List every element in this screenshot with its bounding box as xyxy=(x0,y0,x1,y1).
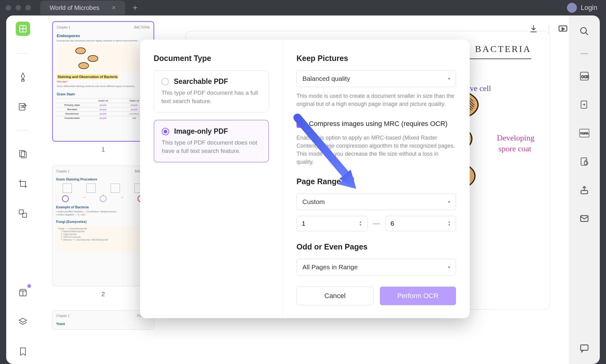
image-only-pdf-option[interactable]: Image-only PDF This type of PDF document… xyxy=(154,120,269,162)
svg-point-15 xyxy=(581,28,586,33)
svg-rect-26 xyxy=(581,345,588,350)
range-to-input[interactable]: 6 ▲▼ xyxy=(385,216,456,231)
svg-text:PDF/A: PDF/A xyxy=(580,132,589,135)
radio-icon xyxy=(162,128,169,135)
document-tab[interactable]: World of Microbes × xyxy=(40,1,125,15)
quality-help-text: This mode is used to create a document s… xyxy=(296,92,456,108)
page-thumbnail-2[interactable]: Chapter 1BACTERIA Gram Staining Procedur… xyxy=(52,166,154,286)
ocr-settings-modal: Document Type Searchable PDF This type o… xyxy=(140,40,470,318)
collapse-icon[interactable] xyxy=(581,53,588,54)
searchable-pdf-option[interactable]: Searchable PDF This type of PDF document… xyxy=(154,70,269,112)
comment-icon[interactable] xyxy=(578,342,591,355)
page-range-title: Page Range xyxy=(296,177,456,186)
ocr-icon[interactable]: OCR xyxy=(578,70,591,83)
layers-icon[interactable] xyxy=(17,316,29,328)
new-tab-button[interactable]: + xyxy=(128,3,142,13)
login-button[interactable]: Login xyxy=(567,3,600,13)
highlighter-icon[interactable] xyxy=(17,71,29,83)
avatar-icon xyxy=(567,3,577,13)
share-icon[interactable] xyxy=(578,184,591,197)
svg-text:OCR: OCR xyxy=(581,75,589,79)
pages-icon[interactable] xyxy=(17,148,29,160)
download-icon[interactable] xyxy=(529,24,540,35)
crop-icon[interactable] xyxy=(17,178,29,190)
range-from-input[interactable]: 1 ▲▼ xyxy=(296,216,367,231)
thumb-number-2: 2 xyxy=(52,291,154,298)
gift-icon[interactable] xyxy=(17,286,29,298)
svg-rect-4 xyxy=(19,103,25,110)
encrypt-icon[interactable] xyxy=(578,155,591,168)
pdfa-icon[interactable]: PDF/A xyxy=(578,127,591,140)
maximize-window-button[interactable] xyxy=(25,5,31,11)
option-title: Image-only PDF xyxy=(174,127,228,136)
close-window-button[interactable] xyxy=(6,5,11,11)
svg-line-16 xyxy=(586,32,588,35)
mrc-help-text: Enable this option to apply an MRC-based… xyxy=(296,134,456,166)
cancel-button[interactable]: Cancel xyxy=(296,287,374,305)
present-icon[interactable] xyxy=(558,24,569,35)
range-dash: — xyxy=(373,219,380,228)
login-label: Login xyxy=(581,4,597,12)
bookmark-icon[interactable] xyxy=(17,345,29,358)
document-type-title: Document Type xyxy=(154,54,269,63)
right-toolbar: OCR PDF/A xyxy=(569,15,600,364)
search-icon[interactable] xyxy=(578,25,591,38)
odd-even-title: Odd or Even Pages xyxy=(296,242,456,251)
left-toolbar xyxy=(6,15,40,364)
svg-rect-3 xyxy=(22,80,24,81)
svg-rect-23 xyxy=(584,162,588,164)
option-title: Searchable PDF xyxy=(174,77,228,86)
page-thumbnail-1[interactable]: Chapter 1BACTERIA Endospores Endospores … xyxy=(52,21,154,142)
titlebar: World of Microbes × + Login xyxy=(0,0,606,15)
odd-even-dropdown[interactable]: All Pages in Range xyxy=(296,259,456,275)
compare-icon[interactable] xyxy=(17,207,29,220)
quality-dropdown[interactable]: Balanced quality xyxy=(296,70,456,87)
option-description: This type of PDF document has a full tex… xyxy=(161,89,261,105)
window-controls xyxy=(6,5,31,11)
minimize-window-button[interactable] xyxy=(15,5,21,11)
thumb-number-1: 1 xyxy=(52,146,154,153)
radio-icon xyxy=(161,78,169,85)
tab-title: World of Microbes xyxy=(50,4,99,11)
page-thumbnail-3[interactable]: Chapter 1FUNGUS Yeast xyxy=(52,310,154,330)
convert-icon[interactable] xyxy=(578,98,591,111)
mrc-label: Compress images using MRC (requires OCR) xyxy=(309,119,447,129)
stepper-down-icon[interactable]: ▼ xyxy=(448,223,451,227)
perform-ocr-button[interactable]: Perform OCR xyxy=(380,287,456,305)
keep-pictures-title: Keep Pictures xyxy=(296,54,456,63)
annotate-icon[interactable] xyxy=(17,101,29,113)
mrc-checkbox[interactable]: ✓ xyxy=(296,120,304,128)
mail-icon[interactable] xyxy=(578,212,591,225)
view-mode-icon[interactable] xyxy=(16,22,30,36)
close-tab-icon[interactable]: × xyxy=(112,4,116,12)
page-range-dropdown[interactable]: Custom xyxy=(296,193,456,210)
svg-rect-24 xyxy=(581,190,587,194)
option-description: This type of PDF document does not have … xyxy=(162,139,261,155)
stepper-down-icon[interactable]: ▼ xyxy=(359,223,362,227)
